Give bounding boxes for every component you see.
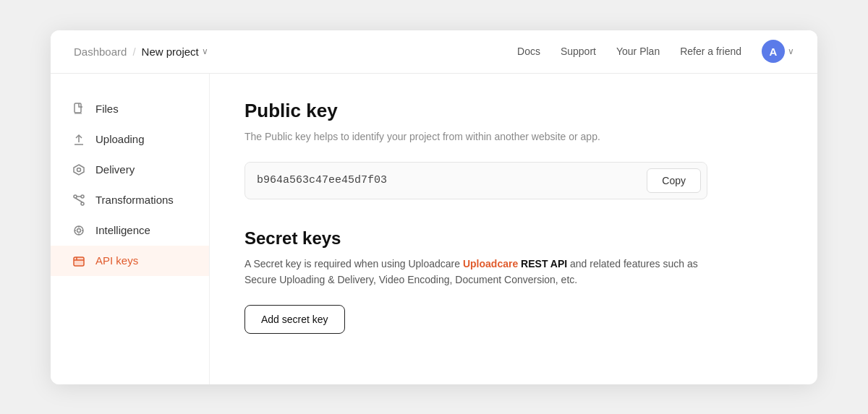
svg-point-5 (74, 195, 77, 198)
secret-keys-title: Secret keys (244, 228, 783, 249)
delivery-icon (71, 162, 87, 178)
sidebar-label-delivery: Delivery (95, 163, 135, 176)
svg-point-7 (81, 195, 84, 198)
files-icon (71, 101, 87, 117)
svg-point-4 (77, 168, 81, 171)
breadcrumb: Dashboard / New project ∨ (74, 46, 208, 58)
body: Files Uploading (51, 74, 817, 384)
sidebar-item-delivery[interactable]: Delivery (51, 155, 209, 185)
svg-line-9 (75, 198, 82, 202)
sidebar-label-uploading: Uploading (95, 133, 145, 145)
docs-link[interactable]: Docs (517, 46, 540, 57)
sidebar-label-files: Files (95, 103, 119, 115)
transformations-icon (71, 192, 87, 208)
intelligence-icon (71, 223, 87, 238)
header: Dashboard / New project ∨ Docs Support Y… (51, 30, 817, 74)
sidebar-item-api-keys[interactable]: API keys (51, 246, 209, 276)
api-keys-icon (71, 253, 87, 269)
dashboard-link[interactable]: Dashboard (74, 46, 127, 58)
svg-rect-16 (74, 257, 84, 266)
your-plan-link[interactable]: Your Plan (616, 46, 660, 57)
public-key-title: Public key (244, 100, 783, 122)
svg-point-11 (77, 228, 81, 232)
breadcrumb-separator: / (132, 46, 135, 58)
avatar-chevron-icon: ∨ (788, 46, 794, 56)
sidebar-label-intelligence: Intelligence (95, 224, 150, 236)
public-key-desc: The Public key helps to identify your pr… (244, 129, 783, 145)
uploading-icon (71, 131, 87, 147)
avatar[interactable]: A (762, 40, 785, 63)
svg-point-6 (81, 202, 84, 205)
sidebar-item-files[interactable]: Files (51, 94, 209, 124)
support-link[interactable]: Support (561, 46, 596, 57)
chevron-down-icon: ∨ (202, 46, 208, 56)
header-nav: Docs Support Your Plan Refer a friend A … (517, 40, 794, 63)
copy-button[interactable]: Copy (647, 168, 701, 193)
sidebar-item-uploading[interactable]: Uploading (51, 124, 209, 155)
public-key-value: b964a563c47ee45d7f03 (257, 163, 641, 198)
svg-rect-0 (75, 103, 81, 113)
project-name[interactable]: New project ∨ (142, 46, 208, 58)
app-window: Dashboard / New project ∨ Docs Support Y… (51, 30, 817, 384)
sidebar-item-intelligence[interactable]: Intelligence (51, 215, 209, 246)
sidebar: Files Uploading (51, 74, 210, 384)
refer-link[interactable]: Refer a friend (680, 46, 741, 57)
secret-keys-desc: A Secret key is required when using Uplo… (244, 256, 707, 288)
svg-marker-3 (74, 165, 84, 175)
avatar-group[interactable]: A ∨ (762, 40, 794, 63)
main-content: Public key The Public key helps to ident… (210, 74, 817, 384)
add-secret-key-button[interactable]: Add secret key (244, 305, 345, 334)
uploadcare-link[interactable]: Uploadcare (463, 258, 518, 269)
sidebar-label-api-keys: API keys (95, 254, 138, 267)
sidebar-label-transformations: Transformations (95, 194, 174, 206)
sidebar-item-transformations[interactable]: Transformations (51, 185, 209, 215)
public-key-row: b964a563c47ee45d7f03 Copy (244, 162, 707, 199)
